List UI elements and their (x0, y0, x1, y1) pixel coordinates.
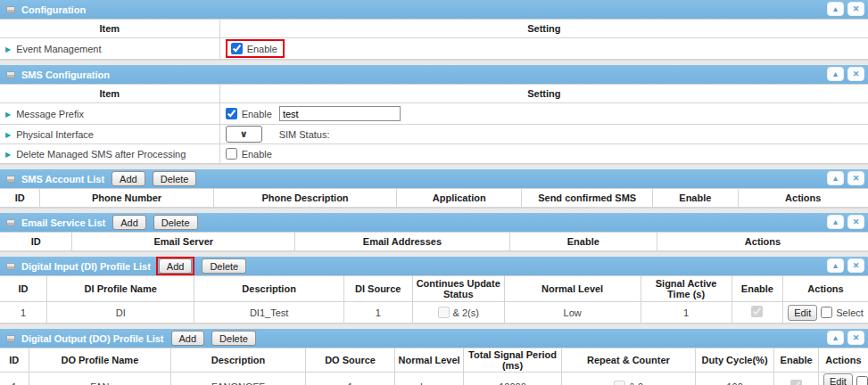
add-button[interactable]: Add (112, 171, 145, 186)
collapse-icon[interactable]: ▴ (827, 215, 844, 229)
item-label: Message Prefix (16, 109, 84, 119)
column-header-setting: Setting (219, 20, 868, 38)
close-icon[interactable]: ✕ (847, 258, 864, 273)
column-header: Email Server (72, 233, 295, 251)
column-header: Send confirmed SMS (522, 189, 653, 208)
collapse-icon[interactable]: ▴ (827, 2, 844, 16)
add-button[interactable]: Add (159, 258, 193, 274)
column-header: Actions (783, 276, 868, 302)
configuration-header: Configuration ▴ ✕ (0, 0, 868, 19)
delete-button[interactable]: Delete (153, 215, 198, 230)
enable-label: Enable (242, 109, 272, 119)
delete-button[interactable]: Delete (153, 171, 197, 186)
sms-account-table: ID Phone Number Phone Description Applic… (0, 188, 868, 208)
do-description-cell: FANONOFF (171, 373, 306, 385)
edit-button[interactable]: Edit (788, 305, 817, 321)
table-row-message-prefix: ▶Message Prefix Enable (0, 103, 868, 125)
select-checkbox[interactable] (821, 307, 832, 318)
column-header: Enable (732, 276, 782, 302)
section-sms-configuration: SMS Configuration ▴ ✕ Item Setting ▶Mess… (0, 65, 868, 164)
repeat-counter-label: & 0 (629, 381, 644, 385)
configuration-table: Item Setting ▶Event Management Enable (0, 19, 868, 60)
panel-icon (6, 219, 15, 226)
di-enable-checkbox (751, 306, 763, 317)
delete-button[interactable]: Delete (211, 331, 256, 346)
add-button[interactable]: Add (112, 215, 146, 230)
message-prefix-enable-checkbox[interactable] (226, 108, 237, 119)
close-icon[interactable]: ✕ (847, 67, 864, 81)
collapse-icon[interactable]: ▴ (827, 258, 844, 273)
column-header: ID (0, 233, 72, 251)
item-label: Delete Managed SMS after Processing (16, 149, 186, 160)
column-header: DO Source (305, 348, 394, 373)
section-title: Digital Input (DI) Profile List (21, 261, 151, 272)
di-actions-cell: Edit Select (783, 302, 868, 324)
delete-button[interactable]: Delete (202, 258, 246, 274)
table-row-di-profile: 1 DI DI1_Test 1 & 2(s) Low 1 Edit Select (0, 302, 868, 324)
column-header: DO Profile Name (29, 348, 171, 373)
collapse-icon[interactable]: ▴ (827, 171, 844, 185)
continues-update-label: & 2(s) (453, 307, 479, 318)
di-profile-list-header: Digital Input (DI) Profile List Add Dele… (0, 257, 868, 275)
table-row-delete-managed-sms: ▶Delete Managed SMS after Processing Ena… (0, 144, 868, 164)
item-label: Physical Interface (16, 129, 94, 140)
add-button[interactable]: Add (171, 331, 205, 346)
physical-interface-select[interactable]: ∨ (226, 126, 262, 143)
column-header: Description (171, 348, 306, 373)
column-header: ID (0, 276, 47, 302)
table-row-event-management: ▶Event Management Enable (0, 38, 868, 60)
do-total-signal-period-cell: 10000 (464, 373, 562, 385)
close-icon[interactable]: ✕ (847, 331, 864, 345)
section-configuration: Configuration ▴ ✕ Item Setting ▶Event Ma… (0, 0, 868, 60)
di-id-cell: 1 (0, 302, 47, 324)
column-header: Duty Cycle(%) (695, 348, 774, 373)
column-header: Actions (818, 348, 868, 373)
panel-icon (6, 6, 15, 13)
select-label: Select (836, 307, 864, 318)
do-normal-level-cell: Low (395, 373, 464, 385)
collapse-icon[interactable]: ▴ (827, 331, 844, 345)
email-service-list-header: Email Service List Add Delete ▴ ✕ (0, 213, 868, 232)
column-header: DI Profile Name (47, 276, 194, 302)
column-header: ID (0, 348, 29, 373)
do-profile-table: ID DO Profile Name Description DO Source… (0, 348, 868, 385)
bullet-icon: ▶ (5, 45, 11, 53)
di-description-cell: DI1_Test (194, 302, 343, 324)
message-prefix-input[interactable] (279, 106, 401, 121)
bullet-icon: ▶ (5, 131, 11, 139)
column-header: Normal Level (395, 348, 464, 373)
do-actions-cell: Edit Select (818, 373, 868, 385)
do-name-cell: FAN (29, 373, 171, 385)
section-di-profile-list: Digital Input (DI) Profile List Add Dele… (0, 257, 868, 324)
section-title: SMS Account List (21, 174, 104, 184)
select-checkbox[interactable] (856, 376, 868, 385)
delete-managed-enable-checkbox[interactable] (226, 148, 237, 160)
di-source-cell: 1 (343, 302, 412, 324)
column-header: Phone Description (213, 189, 396, 208)
column-header: Total Signal Period (ms) (464, 348, 562, 373)
column-header: Signal Active Time (s) (641, 276, 732, 302)
close-icon[interactable]: ✕ (847, 171, 864, 185)
enable-label: Enable (247, 44, 277, 54)
section-title: Configuration (21, 4, 86, 15)
di-continues-update-cell: & 2(s) (412, 302, 504, 324)
close-icon[interactable]: ✕ (847, 2, 864, 16)
column-header: Enable (653, 189, 738, 208)
annotation-red-box: Add (156, 257, 195, 275)
event-management-enable-checkbox[interactable] (231, 43, 243, 54)
close-icon[interactable]: ✕ (847, 215, 864, 229)
column-header-item: Item (0, 85, 219, 103)
sms-configuration-header: SMS Configuration ▴ ✕ (0, 65, 868, 84)
do-profile-list-header: Digital Output (DO) Profile List Add Del… (0, 329, 868, 348)
do-id-cell: 1 (0, 373, 29, 385)
edit-button[interactable]: Edit (823, 373, 853, 385)
repeat-counter-checkbox (614, 381, 625, 385)
section-sms-account-list: SMS Account List Add Delete ▴ ✕ ID Phone… (0, 169, 868, 208)
column-header: Phone Number (40, 189, 214, 208)
section-title: Email Service List (21, 217, 105, 228)
annotation-red-box: Enable (226, 39, 285, 58)
collapse-icon[interactable]: ▴ (827, 67, 844, 81)
sim-status-label: SIM Status: (279, 129, 330, 140)
column-header: DI Source (343, 276, 412, 302)
sms-configuration-table: Item Setting ▶Message Prefix Enable ▶Phy… (0, 84, 868, 164)
